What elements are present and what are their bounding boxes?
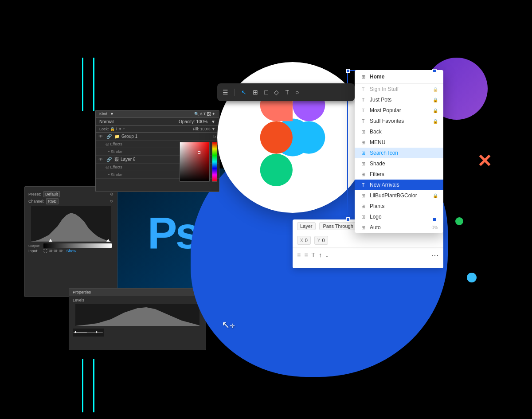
figma-toolbar: ☰ ↖ ⊞ □ ◇ T ○ [217,83,355,101]
grid-icon-1: ⊞ [360,129,366,135]
text-icon-4: T [360,118,366,124]
toolbar-divider-1 [235,89,235,96]
lock-icon-5: 🔒 [433,193,438,198]
svg-rect-17 [260,154,293,186]
figma-shape-icon[interactable]: □ [264,89,268,96]
layers-item-newarrivals[interactable]: T New Arrivals [355,180,443,190]
grid-icon-3: ⊞ [360,150,366,156]
align-center-icon[interactable]: ≡ [304,251,308,258]
figma-frame-icon[interactable]: ⊞ [253,89,258,96]
histogram [31,206,111,242]
lock-icon-2: 🔒 [433,98,438,102]
layers-item-plants[interactable]: ⊞ Plants [355,201,443,211]
text-icon-5: T [360,182,366,188]
cyan-line-3 [82,359,83,412]
lock-icon-3: 🔒 [433,108,438,113]
kind-label: Kind [99,112,107,116]
x-input[interactable]: X 0 [297,236,311,245]
cyan-line-1 [82,58,83,111]
figma-props-inputs: X 0 Y 0 [293,233,443,248]
cyan-line-4 [93,359,94,412]
lock-icon: 🔒 [433,87,438,92]
layers-item-logo[interactable]: ⊞ Logo [355,211,443,222]
figma-handle-bl [346,217,350,222]
grid-icon-4: ⊞ [360,161,366,167]
y-input[interactable]: Y 0 [314,236,328,245]
layers-item-lilbud[interactable]: ⊞ LilBudPlantBGColor 🔒 [355,190,443,201]
figma-handle-tl [346,69,350,73]
grid-icon-9: ⊞ [360,225,366,231]
figma-layers-panel: ⊞ Home T Sign In Stuff 🔒 T Just Pots 🔒 T… [355,70,443,233]
layers-item-searchicon[interactable]: ⊞ Search Icon [355,148,443,158]
text-format-icon[interactable]: T [311,251,315,258]
more-options-icon[interactable]: ⋯ [431,250,439,260]
figma-menu-icon[interactable]: ☰ [223,89,228,96]
grid-icon-5: ⊞ [360,172,366,177]
text-icon-2: T [360,97,366,102]
align-top-icon[interactable]: ↑ [319,251,322,258]
figma-select-icon[interactable]: ↖ [241,89,246,96]
properties-histogram [73,304,202,326]
figma-handle-br [432,217,437,222]
layers-item-stafffav[interactable]: T Staff Favorites 🔒 [355,116,443,126]
layers-item-justpots[interactable]: T Just Pots 🔒 [355,94,443,105]
layers-item-mostpopular[interactable]: T Most Popular 🔒 [355,105,443,116]
blue-dot [467,273,477,282]
grid-icon-7: ⊞ [360,204,366,209]
color-picker [180,142,217,182]
figma-logo-svg [257,89,328,186]
green-dot [455,217,463,225]
svg-rect-15 [260,121,293,153]
cursor: ↖✛ [222,319,235,331]
x-decoration: ✕ [477,151,492,171]
layers-item-menu[interactable]: ⊞ MENU [355,137,443,148]
ps-layers-header: Kind ▼ 🔍 A T 🖼 ✦ [96,110,219,118]
ps-levels-panel: Preset: Default ⚙ Channel: RGB ⟳ Output:… [24,186,117,297]
figma-hand-icon[interactable]: ○ [295,89,299,96]
ps-properties-panel: Properties Levels [69,288,206,350]
figma-layers-home[interactable]: ⊞ Home [355,70,443,84]
auto-value: 0% [432,225,438,230]
grid-icon-6: ⊞ [360,193,366,199]
layer-row-group1[interactable]: 👁🔗 📁 Group 1 fx [96,133,219,141]
grid-icon-8: ⊞ [360,214,366,220]
svg-point-16 [293,121,325,153]
layers-item-filters[interactable]: ⊞ Filters [355,169,443,180]
home-icon: ⊞ [360,74,366,80]
layers-item-auto[interactable]: ⊞ Auto 0% [355,222,443,233]
align-bottom-icon[interactable]: ↓ [325,251,329,258]
layers-item-back[interactable]: ⊞ Back [355,126,443,137]
figma-pen-icon[interactable]: ◇ [274,89,279,96]
figma-handle-tr [432,69,437,73]
grid-icon-2: ⊞ [360,140,366,145]
layer-dropdown[interactable]: Layer [297,222,316,230]
text-icon: T [360,86,366,92]
layers-item-signin[interactable]: T Sign In Stuff 🔒 [355,84,443,94]
cyan-line-2 [93,58,94,111]
layers-item-shade[interactable]: ⊞ Shade [355,158,443,169]
figma-text-icon[interactable]: T [285,89,289,96]
figma-props-icons-row: ≡ ≡ T ↑ ↓ ⋯ [293,248,443,262]
align-left-icon[interactable]: ≡ [297,251,301,258]
lock-icon-4: 🔒 [433,119,438,124]
text-icon-3: T [360,108,366,113]
